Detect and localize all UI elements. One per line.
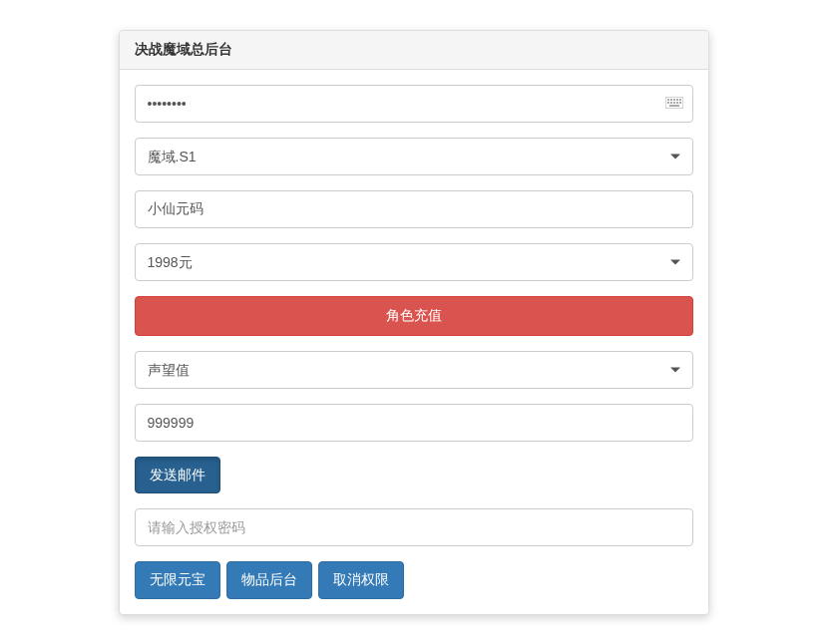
attribute-value-group: [135, 404, 693, 442]
unlimited-yuanbao-button[interactable]: 无限元宝: [135, 561, 220, 599]
amount-select-value: 1998元: [136, 244, 692, 280]
password-group: [135, 85, 693, 123]
attribute-value-input[interactable]: [135, 404, 693, 442]
server-group: 魔域.S1: [135, 138, 693, 175]
panel-title: 决战魔域总后台: [120, 31, 708, 70]
caret-down-icon: [670, 367, 680, 372]
attribute-select[interactable]: 声望值: [135, 351, 693, 389]
send-mail-group: 发送邮件: [135, 457, 693, 494]
server-select-value: 魔域.S1: [136, 139, 692, 174]
admin-panel: 决战魔域总后台: [119, 30, 709, 615]
password-input[interactable]: [135, 85, 693, 123]
caret-down-icon: [670, 260, 680, 265]
auth-password-input[interactable]: [135, 508, 693, 546]
attribute-select-value: 声望值: [136, 352, 692, 388]
action-buttons-row: 无限元宝 物品后台 取消权限: [135, 561, 693, 599]
auth-password-group: [135, 508, 693, 546]
caret-down-icon: [670, 155, 680, 160]
server-select[interactable]: 魔域.S1: [135, 138, 693, 175]
send-mail-button[interactable]: 发送邮件: [135, 457, 220, 494]
panel-body: 魔域.S1 1998元 角色充值 声望值 发送邮件: [120, 70, 708, 614]
cancel-auth-button[interactable]: 取消权限: [318, 561, 404, 599]
character-group: [135, 190, 693, 228]
amount-group: 1998元: [135, 243, 693, 281]
amount-select[interactable]: 1998元: [135, 243, 693, 281]
recharge-button[interactable]: 角色充值: [135, 296, 693, 336]
recharge-group: 角色充值: [135, 296, 693, 336]
item-backend-button[interactable]: 物品后台: [226, 561, 312, 599]
character-input[interactable]: [135, 190, 693, 228]
attribute-group: 声望值: [135, 351, 693, 389]
